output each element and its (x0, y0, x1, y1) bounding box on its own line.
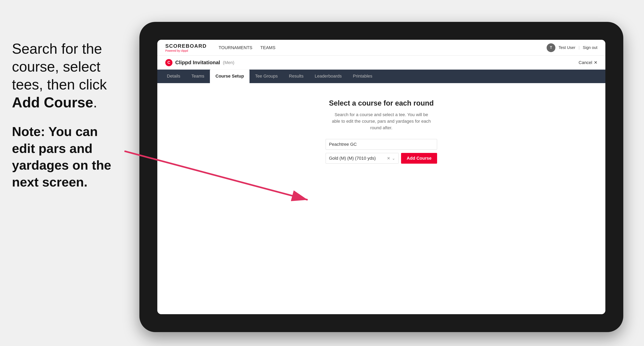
nav-teams[interactable]: TEAMS (260, 45, 276, 50)
user-avatar: T (546, 43, 556, 52)
tab-results[interactable]: Results (283, 70, 309, 83)
tab-leaderboards[interactable]: Leaderboards (309, 70, 347, 83)
section-title: Select a course for each round (329, 99, 434, 107)
chevron-icon: ⌄ (392, 156, 395, 161)
user-name: Test User (558, 45, 575, 50)
tab-tee-groups[interactable]: Tee Groups (250, 70, 283, 83)
tablet-frame: SCOREBOARD Powered by clippd TOURNAMENTS… (140, 22, 623, 332)
annotation-main: Search for thecourse, selecttees, then c… (12, 40, 118, 111)
tee-select-controls: ✕ ⌄ (387, 156, 395, 161)
annotation-area: Search for thecourse, selecttees, then c… (0, 32, 130, 198)
annotation-note: Note: You canedit pars andyardages on th… (12, 123, 118, 190)
close-icon: ✕ (594, 60, 598, 65)
tab-teams[interactable]: Teams (186, 70, 210, 83)
tab-printables[interactable]: Printables (347, 70, 378, 83)
sign-out-button[interactable]: Sign out (583, 45, 598, 50)
nav-links: TOURNAMENTS TEAMS (219, 45, 546, 50)
tournament-header: C Clippd Invitational (Men) Cancel ✕ (157, 56, 605, 70)
tournament-title-area: C Clippd Invitational (Men) (165, 59, 234, 66)
course-search-input[interactable] (326, 139, 437, 150)
cancel-button[interactable]: Cancel ✕ (579, 60, 598, 65)
nav-tournaments[interactable]: TOURNAMENTS (219, 45, 252, 50)
add-course-button[interactable]: Add Course (401, 153, 437, 164)
logo-area: SCOREBOARD Powered by clippd (165, 43, 207, 52)
pipe-separator: | (578, 45, 580, 50)
top-nav-right: T Test User | Sign out (546, 43, 598, 52)
section-desc: Search for a course and select a tee. Yo… (332, 111, 431, 131)
tee-select-value: Gold (M) (M) (7010 yds) (329, 156, 376, 161)
tab-course-setup[interactable]: Course Setup (210, 70, 250, 83)
tee-select-row: Gold (M) (M) (7010 yds) ✕ ⌄ Add Course (326, 153, 437, 164)
clippd-logo: C (165, 59, 172, 66)
tournament-name: Clippd Invitational (175, 59, 220, 66)
main-content: Select a course for each round Search fo… (157, 83, 605, 314)
logo-text: SCOREBOARD (165, 43, 207, 49)
tab-details[interactable]: Details (161, 70, 186, 83)
logo-sub: Powered by clippd (165, 49, 207, 52)
tee-select[interactable]: Gold (M) (M) (7010 yds) ✕ ⌄ (326, 153, 399, 164)
clear-icon[interactable]: ✕ (387, 156, 390, 161)
tournament-format: (Men) (223, 60, 234, 65)
tab-navigation: Details Teams Course Setup Tee Groups Re… (157, 70, 605, 83)
top-nav: SCOREBOARD Powered by clippd TOURNAMENTS… (157, 40, 605, 56)
tablet-screen: SCOREBOARD Powered by clippd TOURNAMENTS… (157, 40, 605, 314)
